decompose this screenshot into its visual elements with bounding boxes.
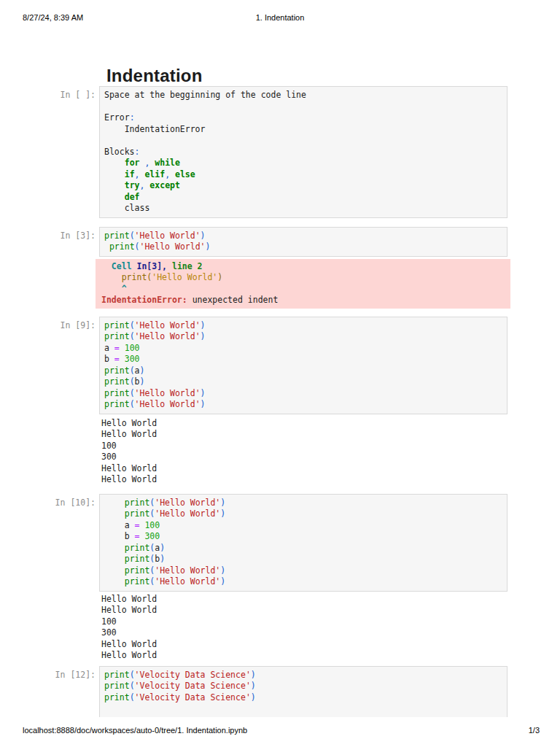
- code-line: print(b): [104, 554, 502, 565]
- cell-prompt: In [9]:: [0, 317, 99, 332]
- output-text: Hello WorldHello World100300Hello WorldH…: [101, 594, 539, 662]
- code-line: print('Hello World'): [104, 498, 502, 509]
- code-line: try, except: [104, 180, 502, 192]
- code-line: Hello World: [101, 463, 539, 475]
- code-line: Hello World: [101, 594, 539, 605]
- code-line: print('Hello World'): [101, 272, 505, 284]
- code-line: Hello World: [101, 429, 539, 441]
- code-line: a = 100: [104, 520, 502, 532]
- code-cell: In [10]: print('Hello World') print('Hel…: [0, 494, 560, 592]
- code-line: if, elif, else: [104, 169, 502, 181]
- code-line: a = 100: [104, 343, 502, 355]
- code-cell: In [9]:print('Hello World')print('Hello …: [0, 317, 560, 414]
- code-editor: print('Hello World') print('Hello World'…: [99, 227, 508, 257]
- cell-prompt: In [10]:: [0, 494, 99, 509]
- code-editor: print('Hello World')print('Hello World')…: [99, 317, 508, 414]
- code-line: [104, 101, 502, 113]
- code-line: b = 300: [104, 354, 502, 365]
- code-line: Hello World: [101, 418, 539, 430]
- code-line: for , while: [104, 158, 502, 169]
- code-line: 300: [101, 627, 539, 639]
- code-editor: print('Velocity Data Science')print('Vel…: [99, 666, 508, 717]
- code-line: b = 300: [104, 531, 502, 543]
- output-text: Hello WorldHello World100300Hello WorldH…: [101, 418, 539, 486]
- code-line: Error:: [104, 112, 502, 124]
- code-line: print('Hello World'): [104, 388, 502, 400]
- code-line: print('Velocity Data Science'): [104, 670, 502, 681]
- code-cell: In [12]:print('Velocity Data Science')pr…: [0, 666, 560, 717]
- code-line: print('Hello World'): [104, 565, 502, 577]
- code-line: print('Hello World'): [104, 241, 502, 253]
- code-line: def: [104, 192, 502, 204]
- code-line: [104, 135, 502, 147]
- page-number: 1/3: [529, 726, 540, 735]
- code-line: Hello World: [101, 474, 539, 486]
- cell-prompt: In [3]:: [0, 227, 99, 242]
- code-line: print('Hello World'): [104, 576, 502, 588]
- code-line: print('Velocity Data Science'): [104, 692, 502, 704]
- code-line: Blocks:: [104, 147, 502, 158]
- code-line: IndentationError: [104, 124, 502, 136]
- stream-output: Hello WorldHello World100300Hello WorldH…: [0, 594, 560, 662]
- code-line: 100: [101, 441, 539, 452]
- code-editor: print('Hello World') print('Hello World'…: [99, 494, 508, 592]
- print-doc-title: 1. Indentation: [256, 13, 305, 22]
- print-datetime: 8/27/24, 8:39 AM: [23, 13, 83, 22]
- notebook-url: localhost:8888/doc/workspaces/auto-0/tre…: [23, 726, 247, 735]
- error-output: Cell In[3], line 2 print('Hello World') …: [0, 259, 560, 309]
- code-line: Space at the begginning of the code line: [104, 90, 502, 101]
- code-line: ^: [101, 284, 505, 295]
- code-line: print(a): [104, 543, 502, 554]
- code-editor: Space at the begginning of the code line…: [99, 86, 508, 218]
- code-line: print('Hello World'): [104, 231, 502, 242]
- code-line: Cell In[3], line 2: [101, 261, 505, 273]
- stream-output: Hello WorldHello World100300Hello WorldH…: [0, 418, 560, 486]
- code-line: Hello World: [101, 605, 539, 616]
- code-line: Hello World: [101, 639, 539, 651]
- code-line: 100: [101, 616, 539, 628]
- cell-prompt: In [12]:: [0, 666, 99, 681]
- print-header: 8/27/24, 8:39 AM 1. Indentation: [23, 13, 537, 23]
- code-line: IndentationError: unexpected indent: [101, 295, 505, 306]
- code-line: print('Velocity Data Science'): [104, 681, 502, 692]
- code-line: 300: [101, 452, 539, 463]
- traceback: Cell In[3], line 2 print('Hello World') …: [96, 259, 510, 309]
- notebook-title: Indentation: [106, 66, 203, 86]
- code-line: print('Hello World'): [104, 399, 502, 411]
- notebook-cells: In [ ]:Space at the begginning of the co…: [0, 86, 560, 717]
- code-cell: In [ ]:Space at the begginning of the co…: [0, 86, 560, 218]
- cell-prompt: In [ ]:: [0, 86, 99, 101]
- code-line: print('Hello World'): [104, 331, 502, 343]
- print-footer: localhost:8888/doc/workspaces/auto-0/tre…: [23, 726, 540, 735]
- code-line: print('Hello World'): [104, 320, 502, 332]
- code-line: print('Hello World'): [104, 508, 502, 520]
- code-line: Hello World: [101, 650, 539, 662]
- code-line: class: [104, 203, 502, 214]
- code-cell: In [3]:print('Hello World') print('Hello…: [0, 227, 560, 257]
- code-line: print(a): [104, 365, 502, 377]
- code-line: print(b): [104, 376, 502, 388]
